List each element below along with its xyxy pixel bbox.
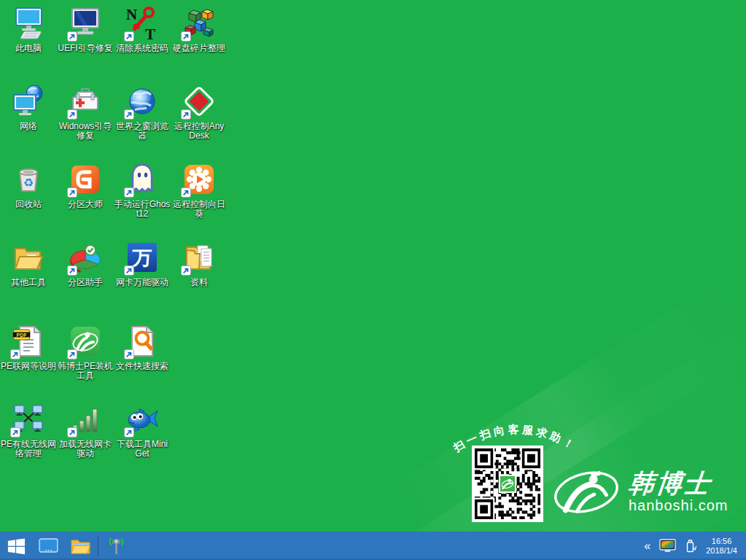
brand-name: 韩博士 — [627, 470, 729, 497]
desktop-icon[interactable]: 远程控制AnyDesk — [171, 82, 228, 160]
shortcut-arrow-icon — [124, 109, 134, 120]
wireless-antenna-icon — [106, 536, 126, 556]
desktop-icon-label: Widnows引导修复 — [58, 122, 114, 141]
nt-key-icon: NT — [125, 6, 160, 41]
desktop-icon[interactable]: PDFPE联网等说明 — [0, 322, 57, 400]
shortcut-arrow-icon — [124, 31, 134, 42]
wireless-tool-button[interactable] — [100, 532, 132, 560]
windows-logo-icon — [7, 536, 26, 556]
chevron-left-icon: « — [644, 540, 650, 552]
shortcut-arrow-icon — [67, 427, 77, 438]
shortcut-arrow-icon — [181, 187, 191, 198]
taskbar-date: 2018/1/4 — [706, 546, 737, 556]
desktop-icon-label: 文件快速搜索 — [116, 362, 168, 371]
desktop-icon-label: 下载工具MiniGet — [114, 440, 171, 459]
red-diamond-icon — [182, 84, 217, 119]
desktop-icon[interactable]: 网络 — [0, 82, 57, 160]
toolbox-icon — [68, 84, 103, 119]
shortcut-arrow-icon — [67, 109, 77, 120]
desktop-icon[interactable]: 韩博士PE装机工具 — [57, 322, 114, 400]
desktop-icon-label: 资料 — [190, 278, 208, 287]
folder-docs-icon — [182, 240, 217, 275]
desktop-icon-label: 回收站 — [15, 200, 42, 209]
shortcut-arrow-icon — [124, 349, 134, 359]
desktop-icon[interactable]: 分区助手 — [57, 238, 114, 316]
monitor-repair-icon — [68, 6, 103, 41]
window-icon — [39, 538, 58, 553]
desktop-icon[interactable]: 万网卡万能驱动 — [114, 238, 171, 316]
taskbar-tray: « 16:56 2018/1/4 — [640, 532, 746, 560]
desktop-icon[interactable]: 硬盘碎片整理 — [171, 4, 228, 82]
recycle-bin-icon: ♻ — [11, 162, 46, 197]
display-settings-icon — [659, 539, 676, 553]
shortcut-arrow-icon — [67, 187, 77, 198]
shortcut-arrow-icon — [10, 427, 20, 438]
diskgenius-icon — [68, 162, 103, 197]
desktop-icon-label: 世界之窗浏览器 — [114, 122, 171, 141]
desktop-icon[interactable]: 远程控制向日葵 — [171, 160, 228, 238]
desktop-icon-label: 其他工具 — [11, 278, 46, 287]
tray-overflow-button[interactable]: « — [640, 532, 655, 560]
desktop-icon-row: 网络Widnows引导修复世界之窗浏览器远程控制AnyDesk — [0, 82, 235, 160]
shortcut-arrow-icon — [67, 31, 77, 42]
desktop-icon-row: 其他工具分区助手万网卡万能驱动资料 — [0, 238, 235, 316]
folder-icon — [71, 537, 90, 554]
taskbar-time: 16:56 — [706, 537, 737, 546]
desktop-icon[interactable]: PE有线无线网络管理 — [0, 400, 57, 478]
quick-launch-window-button[interactable] — [32, 532, 64, 560]
file-explorer-button[interactable] — [64, 532, 96, 560]
network-map-icon — [11, 402, 46, 437]
desktop-icon-label: 手动运行Ghost12 — [114, 200, 171, 219]
desktop-icon[interactable]: NT清除系统密码 — [114, 4, 171, 82]
desktop-icon-label: 分区大师 — [68, 200, 103, 209]
shortcut-arrow-icon — [181, 31, 191, 42]
partition-pie-icon — [68, 240, 103, 275]
desktop-icon-label: 硬盘碎片整理 — [173, 44, 225, 53]
desktop-icon[interactable]: 其他工具 — [0, 238, 57, 316]
desktop-icon-label: 网卡万能驱动 — [116, 278, 168, 287]
taskbar-clock[interactable]: 16:56 2018/1/4 — [702, 537, 746, 556]
hanboshi-logo-icon — [553, 464, 620, 521]
desktop-icon[interactable]: 加载无线网卡驱动 — [57, 400, 114, 478]
desktop-icon[interactable]: 资料 — [171, 238, 228, 316]
desktop-icon-grid: 此电脑UEFI引导修复NT清除系统密码硬盘碎片整理网络Widnows引导修复世界… — [0, 4, 235, 478]
network-globe-icon — [11, 84, 46, 119]
desktop-icon[interactable]: 此电脑 — [0, 4, 57, 82]
desktop-icon[interactable]: UEFI引导修复 — [57, 4, 114, 82]
desktop-icon[interactable]: 文件快速搜索 — [114, 322, 171, 400]
taskbar: « 16:56 2018/1/4 — [0, 532, 746, 560]
brand-domain: hanboshi.com — [629, 497, 728, 514]
qr-code-panel — [472, 446, 543, 522]
shortcut-arrow-icon — [67, 265, 77, 276]
desktop-icon[interactable]: 分区大师 — [57, 160, 114, 238]
desktop-icon-label: 远程控制AnyDesk — [171, 122, 228, 141]
folder-icon — [11, 240, 46, 275]
desktop-icon[interactable]: ♻回收站 — [0, 160, 57, 238]
desktop-icon-label: 清除系统密码 — [116, 44, 168, 53]
desktop-icon-label: 加载无线网卡驱动 — [58, 440, 114, 459]
globe-icon — [125, 84, 160, 119]
hanboshi-app-icon — [68, 324, 103, 359]
shortcut-arrow-icon — [124, 427, 134, 438]
desktop-icon[interactable]: Widnows引导修复 — [57, 82, 114, 160]
usb-eject-tray-button[interactable] — [680, 532, 702, 560]
desktop-icon-label: 此电脑 — [15, 44, 42, 53]
qr-code — [475, 448, 540, 519]
desktop-surface[interactable]: 此电脑UEFI引导修复NT清除系统密码硬盘碎片整理网络Widnows引导修复世界… — [0, 0, 746, 532]
svg-text:N: N — [126, 6, 137, 23]
desktop-icon-label: 网络 — [20, 122, 37, 131]
desktop-icon-row: PE有线无线网络管理加载无线网卡驱动下载工具MiniGet — [0, 400, 235, 478]
desktop-icon-label: 分区助手 — [68, 278, 103, 287]
display-settings-tray-button[interactable] — [655, 532, 680, 560]
shortcut-arrow-icon — [124, 187, 134, 198]
desktop-icon[interactable]: 手动运行Ghost12 — [114, 160, 171, 238]
defrag-cubes-icon — [182, 6, 217, 41]
shortcut-arrow-icon — [124, 265, 134, 276]
desktop-icon[interactable]: 世界之窗浏览器 — [114, 82, 171, 160]
usb-eject-icon — [685, 537, 697, 554]
desktop-icon-row: PDFPE联网等说明韩博士PE装机工具文件快速搜索 — [0, 322, 235, 400]
desktop-icon[interactable]: 下载工具MiniGet — [114, 400, 171, 478]
taskbar-separator — [98, 536, 98, 556]
ghost-icon — [125, 162, 160, 197]
start-button[interactable] — [0, 532, 32, 560]
